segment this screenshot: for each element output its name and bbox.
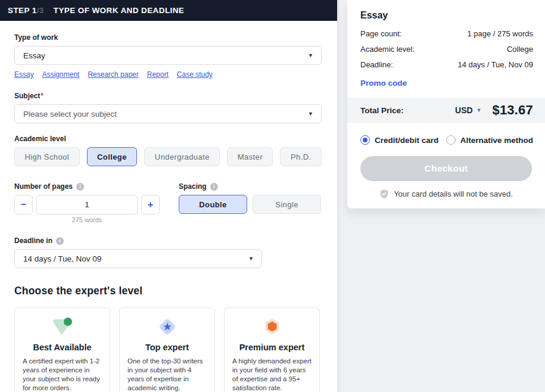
- expert-card-title: Best Available: [33, 343, 91, 352]
- chevron-down-icon: ▼: [477, 107, 482, 113]
- chevron-down-icon: ▼: [248, 256, 254, 262]
- summary-row-label: Academic level:: [360, 45, 415, 54]
- summary-row-deadline: Deadline: 14 days / Tue, Nov 09: [360, 60, 533, 69]
- info-icon[interactable]: i: [56, 237, 64, 245]
- summary-row-label: Page count:: [360, 29, 401, 38]
- summary-row-value: 1 page / 275 words: [467, 29, 533, 38]
- words-count-hint: 275 words: [36, 216, 138, 223]
- premium-expert-icon: [260, 316, 284, 338]
- decrease-pages-button[interactable]: −: [14, 195, 33, 214]
- level-college-button[interactable]: College: [87, 147, 138, 166]
- quick-link-assignment[interactable]: Assignment: [42, 70, 80, 79]
- pages-input[interactable]: [36, 195, 138, 214]
- payment-option-alternative[interactable]: Alternative method: [446, 135, 533, 145]
- order-summary-panel: Essay Page count: 1 page / 275 words Aca…: [337, 0, 545, 392]
- quick-link-report[interactable]: Report: [147, 70, 169, 79]
- chevron-down-icon: ▼: [308, 111, 313, 117]
- best-available-icon: [51, 316, 74, 338]
- payment-method-options: Credit/debit card Alternative method: [360, 135, 533, 145]
- type-of-work-label: Type of work: [14, 33, 322, 42]
- deadline-select[interactable]: 14 days / Tue, Nov 09 ▼: [14, 249, 262, 268]
- type-of-work-value: Essay: [23, 51, 45, 60]
- card-safety-note: Your card details will not be saved.: [347, 189, 545, 199]
- spacing-double-button[interactable]: Double: [179, 195, 247, 214]
- quick-link-research-paper[interactable]: Research paper: [88, 70, 138, 79]
- chevron-down-icon: ▼: [308, 52, 313, 58]
- deadline-value: 14 days / Tue, Nov 09: [23, 254, 101, 263]
- summary-rows: Page count: 1 page / 275 words Academic …: [347, 29, 545, 69]
- expert-card-top-expert[interactable]: Top expert One of the top-30 writers in …: [119, 307, 215, 392]
- academic-level-options: High School College Undergraduate Master…: [14, 147, 322, 166]
- quick-link-case-study[interactable]: Case study: [177, 70, 213, 79]
- level-phd-button[interactable]: Ph.D.: [280, 147, 322, 166]
- summary-row-value: College: [507, 45, 533, 54]
- expert-card-title: Premium expert: [239, 343, 305, 352]
- promo-code-link[interactable]: Promo code: [347, 79, 545, 88]
- subject-select[interactable]: Please select your subject ▼: [14, 104, 322, 123]
- expert-section-title: Choose the expert's level: [14, 285, 322, 297]
- checkout-button[interactable]: Checkout: [360, 156, 532, 181]
- expert-level-cards: Best Available A certified expert with 1…: [14, 307, 322, 392]
- top-expert-icon: [155, 316, 179, 338]
- required-asterisk: *: [41, 92, 43, 100]
- payment-option-label: Credit/debit card: [375, 136, 438, 145]
- summary-title: Essay: [347, 0, 545, 21]
- level-high-school-button[interactable]: High School: [14, 147, 80, 166]
- deadline-label: Deadline in i: [14, 237, 322, 245]
- spacing-label: Spacing i: [179, 182, 321, 191]
- subject-placeholder: Please select your subject: [23, 110, 117, 119]
- expert-card-premium-expert[interactable]: Premium expert A highly demanded expert …: [224, 307, 320, 392]
- summary-row-label: Deadline:: [360, 60, 393, 69]
- quick-link-essay[interactable]: Essay: [14, 70, 34, 79]
- expert-card-description: A certified expert with 1-2 years of exp…: [15, 357, 110, 392]
- step-label: STEP 1: [8, 6, 37, 15]
- card-safety-text: Your card details will not be saved.: [394, 189, 513, 198]
- increase-pages-button[interactable]: +: [141, 195, 160, 214]
- expert-card-description: One of the top-30 writers in your subjec…: [120, 357, 214, 392]
- payment-option-label: Alternative method: [460, 136, 533, 145]
- order-form-panel: STEP 1/3 TYPE OF WORK AND DEADLINE Type …: [0, 0, 337, 392]
- type-of-work-select[interactable]: Essay ▼: [14, 46, 322, 65]
- expert-card-title: Top expert: [145, 343, 189, 352]
- total-price-amount: $13.67: [493, 102, 534, 118]
- spacing-single-button[interactable]: Single: [253, 195, 321, 214]
- spacing-options: Double Single: [179, 195, 321, 214]
- step-total: /3: [37, 6, 44, 15]
- step-header: STEP 1/3 TYPE OF WORK AND DEADLINE: [0, 0, 337, 21]
- work-type-quick-links: Essay Assignment Research paper Report C…: [14, 70, 322, 79]
- expert-card-best-available[interactable]: Best Available A certified expert with 1…: [14, 307, 110, 392]
- expert-card-description: A highly demanded expert in your field w…: [225, 357, 319, 392]
- radio-unselected-icon[interactable]: [446, 135, 456, 145]
- academic-level-label: Academic level: [14, 135, 322, 143]
- order-form: Type of work Essay ▼ Essay Assignment Re…: [0, 21, 337, 392]
- total-price-label: Total Price:: [360, 106, 404, 115]
- summary-row-academic-level: Academic level: College: [360, 45, 533, 54]
- payment-option-card[interactable]: Credit/debit card: [360, 135, 438, 145]
- shield-check-icon: [379, 189, 389, 199]
- currency-select[interactable]: USD ▼: [455, 105, 481, 115]
- summary-row-value: 14 days / Tue, Nov 09: [458, 60, 533, 69]
- subject-label: Subject*: [14, 92, 322, 100]
- level-master-button[interactable]: Master: [227, 147, 273, 166]
- step-title: TYPE OF WORK AND DEADLINE: [54, 6, 185, 15]
- order-summary-card: Essay Page count: 1 page / 275 words Aca…: [347, 0, 545, 209]
- summary-row-page-count: Page count: 1 page / 275 words: [360, 29, 533, 38]
- radio-selected-icon[interactable]: [360, 135, 370, 145]
- info-icon[interactable]: i: [76, 183, 84, 191]
- level-undergraduate-button[interactable]: Undergraduate: [144, 147, 220, 166]
- info-icon[interactable]: i: [210, 183, 218, 191]
- total-price-band: Total Price: USD ▼ $13.67: [347, 98, 545, 123]
